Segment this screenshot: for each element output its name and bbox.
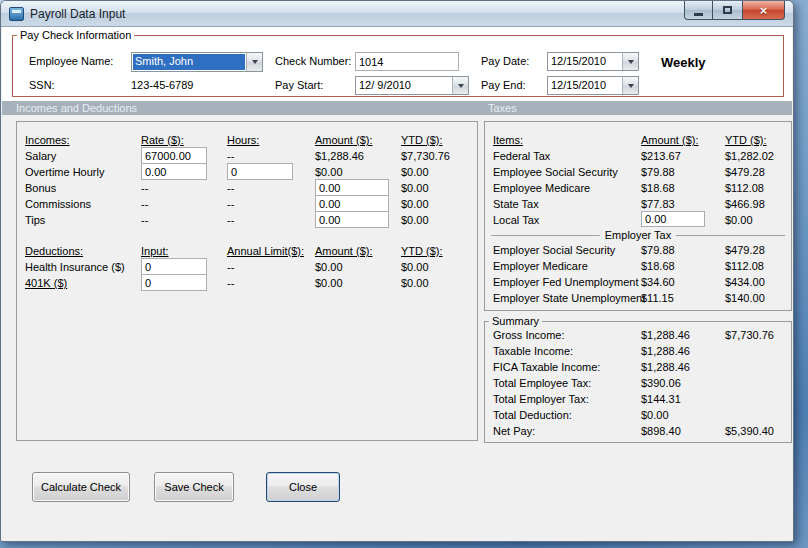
tax-ytd: $479.28 — [725, 164, 765, 180]
pay-end-dropdown-button[interactable] — [622, 77, 638, 94]
tax-row-employee-medicare: Employee Medicare $18.68 $112.08 — [485, 180, 791, 196]
summary-amount: $1,288.46 — [641, 327, 690, 343]
paycheck-info-groupbox: Pay Check Information Employee Name: Smi… — [12, 29, 784, 97]
employee-name-label: Employee Name: — [29, 55, 113, 67]
tax-ytd: $479.28 — [725, 242, 765, 258]
incomes-header-row: Incomes: Rate ($): Hours: Amount ($): YT… — [17, 132, 477, 148]
client-area: Pay Check Information Employee Name: Smi… — [2, 27, 792, 540]
income-ytd: $0.00 — [401, 164, 429, 180]
salary-rate-input[interactable] — [141, 147, 207, 164]
summary-label: Total Deduction: — [493, 407, 572, 423]
minimize-icon — [694, 13, 703, 16]
close-button[interactable]: × — [742, 1, 785, 20]
tax-label: Employee Medicare — [493, 180, 590, 196]
summary-row-total-deduction: Total Deduction: $0.00 — [485, 407, 791, 423]
income-row-tips: Tips -- -- $0.00 — [17, 212, 477, 228]
maximize-icon — [723, 6, 732, 14]
summary-amount: $898.40 — [641, 423, 681, 439]
maximize-button[interactable] — [713, 1, 742, 20]
pay-date-dropdown-button[interactable] — [622, 53, 638, 70]
summary-legend: Summary — [489, 315, 542, 327]
income-ytd: $7,730.76 — [401, 148, 450, 164]
minimize-button[interactable] — [684, 1, 713, 20]
tax-row-local: Local Tax $0.00 — [485, 212, 791, 228]
tax-ytd: $1,282.02 — [725, 148, 774, 164]
app-icon — [9, 7, 24, 21]
section-header-strip: Incomes and Deductions Taxes — [2, 101, 792, 115]
summary-row-total-employee-tax: Total Employee Tax: $390.06 — [485, 375, 791, 391]
income-rate: -- — [141, 212, 148, 228]
deductions-header-row: Deductions: Input: Annual Limit($): Amou… — [17, 243, 477, 259]
close-form-button[interactable]: Close — [266, 472, 340, 502]
summary-label: Total Employee Tax: — [493, 375, 591, 391]
check-number-input[interactable] — [355, 52, 459, 71]
items-col-header: Items: — [493, 132, 523, 148]
window-title: Payroll Data Input — [30, 7, 125, 21]
income-label: Salary — [25, 148, 56, 164]
amount-col-header: Amount ($): — [315, 243, 372, 259]
deduction-annual-limit: -- — [227, 259, 234, 275]
tax-ytd: $0.00 — [725, 212, 753, 228]
overtime-rate-input[interactable] — [141, 163, 207, 180]
summary-amount: $390.06 — [641, 375, 681, 391]
summary-amount: $1,288.46 — [641, 343, 690, 359]
chevron-down-icon — [252, 60, 258, 64]
tips-amount-input[interactable] — [315, 211, 389, 228]
deduction-amount: $0.00 — [315, 275, 343, 291]
save-check-button[interactable]: Save Check — [154, 472, 234, 502]
incomes-col-header: Incomes: — [25, 132, 70, 148]
employee-name-dropdown-button[interactable] — [246, 53, 262, 71]
ytd-col-header: YTD ($): — [401, 132, 443, 148]
tax-label: Employer Fed Unemployment — [493, 274, 639, 290]
ssn-value: 123-45-6789 — [131, 79, 193, 91]
health-insurance-input[interactable] — [141, 258, 207, 275]
pay-start-dropdown-button[interactable] — [452, 77, 468, 94]
tax-amount: $79.88 — [641, 242, 675, 258]
chevron-down-icon — [628, 60, 634, 64]
bonus-amount-input[interactable] — [315, 179, 389, 196]
income-label: Bonus — [25, 180, 56, 196]
income-label: Commissions — [25, 196, 91, 212]
window-controls: × — [684, 1, 785, 20]
tax-row-employer-state-unemployment: Employer State Unemployment $11.15 $140.… — [485, 290, 791, 306]
tax-amount: $18.68 — [641, 180, 675, 196]
chevron-down-icon — [628, 84, 634, 88]
calculate-check-button[interactable]: Calculate Check — [32, 472, 130, 502]
desktop: Payroll Data Input × Pay Check Informati… — [0, 0, 808, 548]
deduction-ytd: $0.00 — [401, 275, 429, 291]
ytd-col-header: YTD ($): — [725, 132, 767, 148]
income-ytd: $0.00 — [401, 196, 429, 212]
income-ytd: $0.00 — [401, 180, 429, 196]
pay-date-picker[interactable]: 12/15/2010 — [547, 52, 639, 71]
pay-end-picker[interactable]: 12/15/2010 — [547, 76, 639, 95]
chevron-down-icon — [458, 84, 464, 88]
amount-col-header: Amount ($): — [641, 132, 698, 148]
paycheck-info-legend: Pay Check Information — [17, 29, 134, 41]
titlebar[interactable]: Payroll Data Input × — [1, 1, 793, 27]
pay-start-picker[interactable]: 12/ 9/2010 — [355, 76, 469, 95]
deduction-label-401k[interactable]: 401K ($) — [25, 275, 67, 291]
tax-row-employer-fed-unemployment: Employer Fed Unemployment $34.60 $434.00 — [485, 274, 791, 290]
summary-row-taxable: Taxable Income: $1,288.46 — [485, 343, 791, 359]
summary-amount: $144.31 — [641, 391, 681, 407]
income-amount: $0.00 — [315, 164, 343, 180]
401k-input[interactable] — [141, 274, 207, 291]
overtime-hours-input[interactable] — [227, 163, 293, 180]
ytd-col-header: YTD ($): — [401, 243, 443, 259]
income-row-commissions: Commissions -- -- $0.00 — [17, 196, 477, 212]
income-rate: -- — [141, 180, 148, 196]
commissions-amount-input[interactable] — [315, 195, 389, 212]
deduction-amount: $0.00 — [315, 259, 343, 275]
income-row-bonus: Bonus -- -- $0.00 — [17, 180, 477, 196]
annual-limit-col-header: Annual Limit($): — [227, 243, 304, 259]
income-label: Tips — [25, 212, 45, 228]
employee-name-select[interactable]: Smith, John — [131, 52, 263, 72]
tax-row-employer-medicare: Employer Medicare $18.68 $112.08 — [485, 258, 791, 274]
tax-label: Employer Medicare — [493, 258, 588, 274]
summary-row-total-employer-tax: Total Employer Tax: $144.31 — [485, 391, 791, 407]
rate-col-header: Rate ($): — [141, 132, 184, 148]
payroll-window: Payroll Data Input × Pay Check Informati… — [0, 0, 794, 542]
local-tax-input[interactable] — [641, 211, 705, 227]
tax-label: Local Tax — [493, 212, 539, 228]
income-ytd: $0.00 — [401, 212, 429, 228]
